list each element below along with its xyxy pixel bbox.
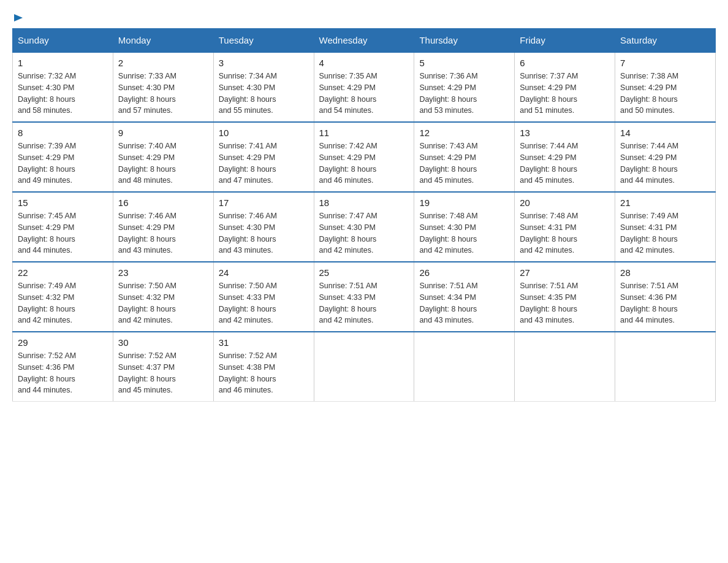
day-number: 19 [419,197,509,208]
day-info: Sunrise: 7:33 AM Sunset: 4:30 PM Dayligh… [118,71,208,117]
calendar-header-sunday: Sunday [13,29,113,53]
calendar-header-saturday: Saturday [615,29,716,53]
calendar-cell: 1 Sunrise: 7:32 AM Sunset: 4:30 PM Dayli… [13,52,113,122]
day-number: 7 [620,58,710,68]
day-number: 27 [520,267,610,278]
day-number: 15 [18,197,108,208]
calendar-cell: 22 Sunrise: 7:49 AM Sunset: 4:32 PM Dayl… [13,262,113,332]
calendar-cell: 4 Sunrise: 7:35 AM Sunset: 4:29 PM Dayli… [314,52,414,122]
calendar-cell: 26 Sunrise: 7:51 AM Sunset: 4:34 PM Dayl… [414,262,515,332]
day-number: 20 [520,197,610,208]
calendar-cell: 31 Sunrise: 7:52 AM Sunset: 4:38 PM Dayl… [213,332,314,402]
day-info: Sunrise: 7:37 AM Sunset: 4:29 PM Dayligh… [520,71,610,117]
calendar-header-wednesday: Wednesday [314,29,414,53]
day-info: Sunrise: 7:34 AM Sunset: 4:30 PM Dayligh… [219,71,309,117]
day-info: Sunrise: 7:46 AM Sunset: 4:29 PM Dayligh… [118,210,208,256]
day-number: 24 [219,267,309,278]
day-number: 5 [419,58,509,68]
calendar-cell [414,332,515,402]
day-info: Sunrise: 7:36 AM Sunset: 4:29 PM Dayligh… [419,71,509,117]
page-header [12,12,716,22]
calendar-cell: 30 Sunrise: 7:52 AM Sunset: 4:37 PM Dayl… [113,332,213,402]
day-info: Sunrise: 7:49 AM Sunset: 4:31 PM Dayligh… [620,210,710,256]
day-number: 26 [419,267,509,278]
calendar-cell [314,332,414,402]
calendar-cell: 19 Sunrise: 7:48 AM Sunset: 4:30 PM Dayl… [414,192,515,262]
day-info: Sunrise: 7:51 AM Sunset: 4:35 PM Dayligh… [520,280,610,326]
day-info: Sunrise: 7:43 AM Sunset: 4:29 PM Dayligh… [419,140,509,186]
day-number: 13 [520,128,610,138]
calendar-cell: 28 Sunrise: 7:51 AM Sunset: 4:36 PM Dayl… [615,262,716,332]
calendar-week-row: 29 Sunrise: 7:52 AM Sunset: 4:36 PM Dayl… [13,332,716,402]
day-info: Sunrise: 7:51 AM Sunset: 4:36 PM Dayligh… [620,280,710,326]
day-number: 12 [419,128,509,138]
day-number: 10 [219,128,309,138]
calendar-cell: 12 Sunrise: 7:43 AM Sunset: 4:29 PM Dayl… [414,122,515,192]
calendar-cell: 15 Sunrise: 7:45 AM Sunset: 4:29 PM Dayl… [13,192,113,262]
day-number: 11 [319,128,409,138]
calendar-week-row: 22 Sunrise: 7:49 AM Sunset: 4:32 PM Dayl… [13,262,716,332]
calendar-cell: 8 Sunrise: 7:39 AM Sunset: 4:29 PM Dayli… [13,122,113,192]
calendar-header-row: SundayMondayTuesdayWednesdayThursdayFrid… [13,29,716,53]
day-number: 16 [118,197,208,208]
day-info: Sunrise: 7:51 AM Sunset: 4:34 PM Dayligh… [419,280,509,326]
logo-arrow-icon [13,12,24,23]
calendar-cell: 25 Sunrise: 7:51 AM Sunset: 4:33 PM Dayl… [314,262,414,332]
calendar-week-row: 8 Sunrise: 7:39 AM Sunset: 4:29 PM Dayli… [13,122,716,192]
day-info: Sunrise: 7:52 AM Sunset: 4:36 PM Dayligh… [18,350,108,396]
calendar-cell: 17 Sunrise: 7:46 AM Sunset: 4:30 PM Dayl… [213,192,314,262]
calendar-cell: 23 Sunrise: 7:50 AM Sunset: 4:32 PM Dayl… [113,262,213,332]
calendar-cell: 18 Sunrise: 7:47 AM Sunset: 4:30 PM Dayl… [314,192,414,262]
day-info: Sunrise: 7:46 AM Sunset: 4:30 PM Dayligh… [219,210,309,256]
calendar-cell: 24 Sunrise: 7:50 AM Sunset: 4:33 PM Dayl… [213,262,314,332]
day-info: Sunrise: 7:51 AM Sunset: 4:33 PM Dayligh… [319,280,409,326]
day-number: 3 [219,58,309,68]
day-number: 25 [319,267,409,278]
day-info: Sunrise: 7:44 AM Sunset: 4:29 PM Dayligh… [520,140,610,186]
calendar-cell: 21 Sunrise: 7:49 AM Sunset: 4:31 PM Dayl… [615,192,716,262]
calendar-cell [615,332,716,402]
day-info: Sunrise: 7:50 AM Sunset: 4:33 PM Dayligh… [219,280,309,326]
day-info: Sunrise: 7:48 AM Sunset: 4:30 PM Dayligh… [419,210,509,256]
day-info: Sunrise: 7:40 AM Sunset: 4:29 PM Dayligh… [118,140,208,186]
day-info: Sunrise: 7:52 AM Sunset: 4:37 PM Dayligh… [118,350,208,396]
day-number: 1 [18,58,108,68]
day-info: Sunrise: 7:50 AM Sunset: 4:32 PM Dayligh… [118,280,208,326]
day-number: 21 [620,197,710,208]
calendar-cell: 27 Sunrise: 7:51 AM Sunset: 4:35 PM Dayl… [515,262,615,332]
calendar-header-monday: Monday [113,29,213,53]
calendar-cell: 10 Sunrise: 7:41 AM Sunset: 4:29 PM Dayl… [213,122,314,192]
calendar-week-row: 1 Sunrise: 7:32 AM Sunset: 4:30 PM Dayli… [13,52,716,122]
calendar-header-friday: Friday [515,29,615,53]
calendar-cell: 14 Sunrise: 7:44 AM Sunset: 4:29 PM Dayl… [615,122,716,192]
day-info: Sunrise: 7:49 AM Sunset: 4:32 PM Dayligh… [18,280,108,326]
day-info: Sunrise: 7:47 AM Sunset: 4:30 PM Dayligh… [319,210,409,256]
day-info: Sunrise: 7:48 AM Sunset: 4:31 PM Dayligh… [520,210,610,256]
calendar-cell [515,332,615,402]
day-info: Sunrise: 7:45 AM Sunset: 4:29 PM Dayligh… [18,210,108,256]
day-number: 17 [219,197,309,208]
calendar-week-row: 15 Sunrise: 7:45 AM Sunset: 4:29 PM Dayl… [13,192,716,262]
calendar-cell: 9 Sunrise: 7:40 AM Sunset: 4:29 PM Dayli… [113,122,213,192]
day-number: 2 [118,58,208,68]
day-number: 23 [118,267,208,278]
calendar-cell: 6 Sunrise: 7:37 AM Sunset: 4:29 PM Dayli… [515,52,615,122]
day-number: 31 [219,337,309,348]
calendar-cell: 7 Sunrise: 7:38 AM Sunset: 4:29 PM Dayli… [615,52,716,122]
day-number: 14 [620,128,710,138]
day-info: Sunrise: 7:41 AM Sunset: 4:29 PM Dayligh… [219,140,309,186]
day-number: 18 [319,197,409,208]
svg-marker-0 [14,14,23,21]
day-number: 4 [319,58,409,68]
day-info: Sunrise: 7:44 AM Sunset: 4:29 PM Dayligh… [620,140,710,186]
calendar-cell: 16 Sunrise: 7:46 AM Sunset: 4:29 PM Dayl… [113,192,213,262]
day-info: Sunrise: 7:32 AM Sunset: 4:30 PM Dayligh… [18,71,108,117]
calendar-cell: 5 Sunrise: 7:36 AM Sunset: 4:29 PM Dayli… [414,52,515,122]
day-number: 6 [520,58,610,68]
day-info: Sunrise: 7:42 AM Sunset: 4:29 PM Dayligh… [319,140,409,186]
day-number: 28 [620,267,710,278]
calendar-header-tuesday: Tuesday [213,29,314,53]
day-info: Sunrise: 7:38 AM Sunset: 4:29 PM Dayligh… [620,71,710,117]
day-number: 8 [18,128,108,138]
day-info: Sunrise: 7:35 AM Sunset: 4:29 PM Dayligh… [319,71,409,117]
